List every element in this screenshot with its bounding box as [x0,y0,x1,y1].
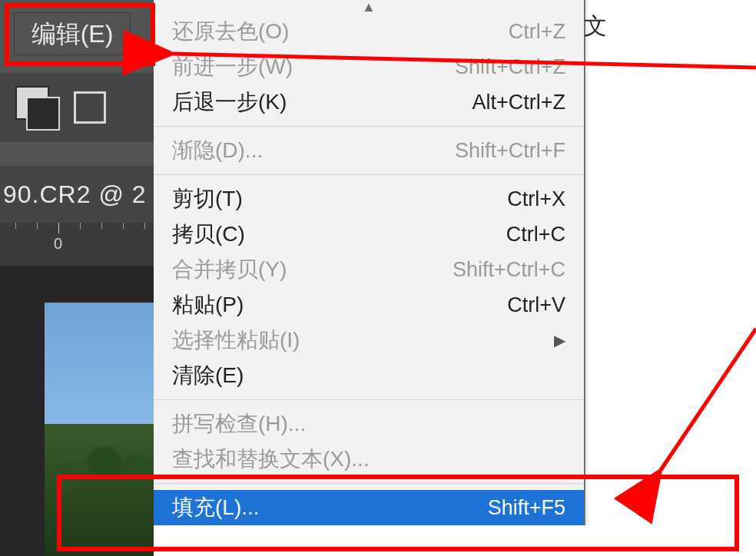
edit-menu-dropdown: ▲ 还原去色(O) Ctrl+Z 前进一步(W) Shift+Ctrl+Z 后退… [154,0,585,525]
menu-item-label: 合并拷贝(Y) [172,255,287,284]
menu-item-copy-merged[interactable]: 合并拷贝(Y) Shift+Ctrl+C [154,252,584,287]
menu-item-label: 还原去色(O) [172,17,289,46]
menu-separator [154,174,584,175]
menu-item-label: 剪切(T) [172,184,243,213]
menu-item-label: 粘贴(P) [172,290,244,319]
ruler-tick-label: 0 [54,235,62,253]
menu-item-label: 渐隐(D)... [172,136,263,165]
menu-item-step-backward[interactable]: 后退一步(K) Alt+Ctrl+Z [154,84,584,120]
menu-item-clear[interactable]: 清除(E) [154,358,584,393]
annotation-box-edit [5,3,155,66]
menu-item-copy[interactable]: 拷贝(C) Ctrl+C [154,217,584,252]
menu-scroll-up-icon[interactable]: ▲ [154,0,584,14]
menu-item-label: 拼写检查(H)... [172,409,306,439]
menu-item-paste[interactable]: 粘贴(P) Ctrl+V [154,287,584,323]
submenu-caret-icon: ▶ [554,331,565,349]
menu-item-shortcut: Alt+Ctrl+Z [472,91,565,114]
menu-item-shortcut: Shift+Ctrl+F [455,139,565,163]
menu-separator [154,399,584,400]
menu-item-shortcut: Shift+Ctrl+C [453,258,565,282]
menu-item-label: 拷贝(C) [172,220,245,249]
tool-options-row [0,73,154,142]
document-tab-title[interactable]: 90.CR2 @ 2 [0,166,154,223]
menu-item-shortcut: Ctrl+Z [509,20,565,44]
menu-separator [154,126,584,127]
menu-item-shortcut: Ctrl+C [506,223,565,247]
menu-item-label: 清除(E) [172,361,244,390]
menu-item-label: 前进一步(W) [172,52,293,81]
menu-item-spell-check[interactable]: 拼写检查(H)... [154,406,584,442]
menu-item-step-forward[interactable]: 前进一步(W) Shift+Ctrl+Z [154,49,584,84]
partial-window-char: 文 [584,11,602,41]
horizontal-ruler: 0 [0,223,154,266]
menu-item-shortcut: Ctrl+V [507,293,565,317]
menu-item-shortcut: Ctrl+X [507,187,565,211]
menu-item-shortcut: Shift+Ctrl+Z [455,55,565,79]
menu-item-label: 查找和替换文本(X)... [172,445,370,474]
menu-item-fade[interactable]: 渐隐(D)... Shift+Ctrl+F [154,133,584,168]
secondary-swatch-icon[interactable] [74,91,106,124]
menu-item-label: 选择性粘贴(I) [172,326,300,355]
annotation-arrow-bottom [661,329,756,470]
annotation-box-fill [57,475,739,551]
menu-item-label: 后退一步(K) [172,88,287,117]
menu-item-undo[interactable]: 还原去色(O) Ctrl+Z [154,14,584,49]
menu-item-cut[interactable]: 剪切(T) Ctrl+X [154,181,584,217]
foreground-background-swatch-icon[interactable] [22,92,52,123]
menu-item-paste-special[interactable]: 选择性粘贴(I) ▶ [154,323,584,358]
menu-item-find-replace[interactable]: 查找和替换文本(X)... [154,442,584,477]
